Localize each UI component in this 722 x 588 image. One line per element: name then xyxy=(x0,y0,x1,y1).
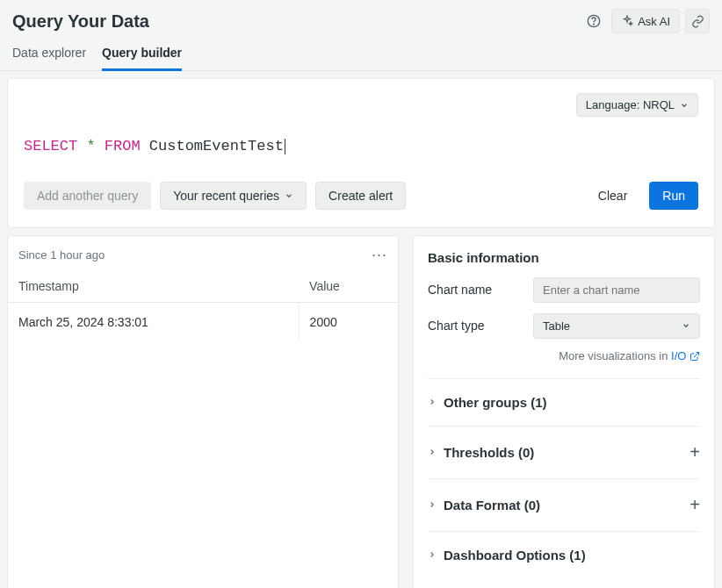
chevron-down-icon xyxy=(680,101,689,110)
plus-icon[interactable]: + xyxy=(690,495,700,515)
query-card: Language: NRQL SELECT * FROM CustomEvent… xyxy=(7,78,715,228)
chevron-right-icon xyxy=(428,550,444,559)
accordion-thresholds[interactable]: Thresholds (0) + xyxy=(428,426,700,478)
more-viz-row: More visualizations in I/O xyxy=(428,349,700,362)
page-title: Query Your Data xyxy=(12,11,149,32)
query-star: * xyxy=(86,138,95,154)
col-value: Value xyxy=(299,270,398,303)
accordion-label: Thresholds (0) xyxy=(444,445,690,460)
chevron-down-icon xyxy=(682,321,690,330)
sparkle-icon xyxy=(621,15,633,27)
language-select[interactable]: Language: NRQL xyxy=(576,93,698,117)
accordion-other-groups[interactable]: Other groups (1) xyxy=(428,378,700,426)
chevron-right-icon xyxy=(428,398,444,406)
tab-query-builder[interactable]: Query builder xyxy=(102,39,182,71)
header-actions: Ask AI xyxy=(581,9,710,33)
results-table: Timestamp Value March 25, 2024 8:33:01 2… xyxy=(8,270,398,341)
query-identifier: CustomEventTest xyxy=(149,138,284,154)
text-cursor xyxy=(285,139,285,154)
help-icon[interactable] xyxy=(581,9,606,33)
add-another-query-button[interactable]: Add another query xyxy=(24,182,151,210)
chart-type-value: Table xyxy=(543,319,570,333)
right-panel: Basic information Chart name Chart type … xyxy=(413,235,715,588)
query-editor[interactable]: SELECT * FROM CustomEventTest xyxy=(24,136,698,157)
link-icon[interactable] xyxy=(685,9,710,33)
chart-type-select[interactable]: Table xyxy=(533,313,700,339)
accordion-label: Other groups (1) xyxy=(444,395,700,410)
accordion-dashboard-options[interactable]: Dashboard Options (1) xyxy=(428,531,700,578)
chevron-right-icon xyxy=(428,500,444,509)
chart-name-input[interactable] xyxy=(533,277,700,303)
chevron-right-icon xyxy=(428,448,444,456)
ask-ai-button[interactable]: Ask AI xyxy=(611,9,680,33)
recent-queries-button[interactable]: Your recent queries xyxy=(160,182,307,210)
more-options-icon[interactable]: ··· xyxy=(372,250,387,259)
query-actions: Add another query Your recent queries Cr… xyxy=(24,182,698,210)
query-keyword-select: SELECT xyxy=(24,138,77,154)
create-alert-button[interactable]: Create alert xyxy=(315,182,406,210)
accordion-label: Data Format (0) xyxy=(444,498,690,513)
col-timestamp: Timestamp xyxy=(8,270,299,303)
accordion-data-format[interactable]: Data Format (0) + xyxy=(428,478,700,531)
plus-icon[interactable]: + xyxy=(690,442,700,463)
io-link[interactable]: I/O xyxy=(671,349,700,362)
chevron-down-icon xyxy=(285,191,293,200)
results-card: Since 1 hour ago ··· Timestamp Value Mar… xyxy=(7,235,399,588)
results-since: Since 1 hour ago xyxy=(18,248,105,262)
recent-queries-label: Your recent queries xyxy=(173,189,279,203)
svg-point-1 xyxy=(594,24,595,25)
basic-info-title: Basic information xyxy=(428,250,700,265)
chart-type-label: Chart type xyxy=(428,319,533,333)
table-row: March 25, 2024 8:33:01 2000 xyxy=(8,302,398,341)
chart-name-label: Chart name xyxy=(428,283,533,297)
cell-timestamp: March 25, 2024 8:33:01 xyxy=(8,302,299,341)
clear-button[interactable]: Clear xyxy=(585,182,640,210)
ask-ai-label: Ask AI xyxy=(638,15,670,28)
run-button[interactable]: Run xyxy=(649,182,698,210)
tabs: Data explorer Query builder xyxy=(0,39,722,71)
cell-value: 2000 xyxy=(299,302,398,341)
accordion-label: Dashboard Options (1) xyxy=(444,548,700,563)
query-keyword-from: FROM xyxy=(105,138,141,154)
tab-data-explorer[interactable]: Data explorer xyxy=(12,39,86,70)
more-viz-text: More visualizations in xyxy=(559,349,671,362)
language-label: Language: NRQL xyxy=(586,98,675,111)
